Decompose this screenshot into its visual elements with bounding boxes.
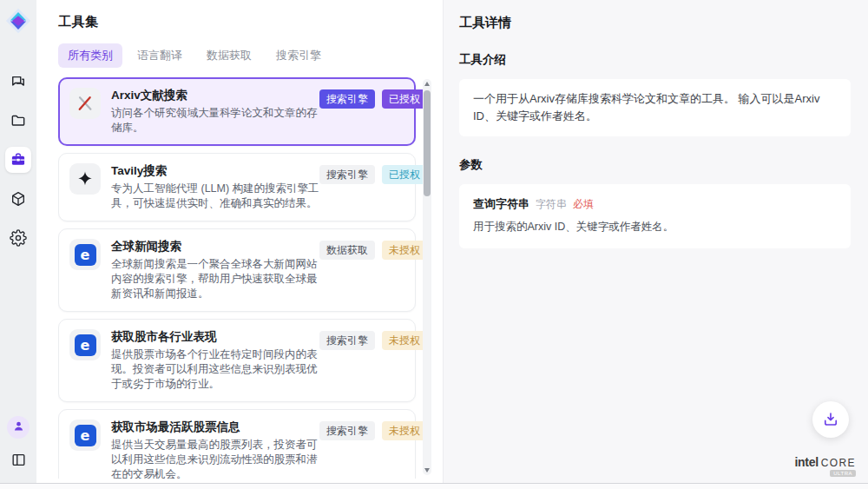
page-title: 工具集 [58,14,443,30]
rail-item-panel-toggle[interactable] [7,450,30,472]
tool-title: Arxiv文献搜索 [111,88,319,103]
tool-description: 提供股票市场各个行业在特定时间段内的表现。投资者可以利用这些信息来识别表现优于或… [111,347,319,392]
tool-description: 访问各个研究领域大量科学论文和文章的存储库。 [111,106,319,135]
chat-icon [10,73,27,90]
tool-card[interactable]: Arxiv文献搜索 访问各个研究领域大量科学论文和文章的存储库。 搜索引擎 已授… [58,77,416,146]
panel-icon [10,452,27,471]
scroll-up-arrow-icon[interactable] [424,82,430,86]
toolbox-icon [10,151,27,169]
gem-logo-icon [5,8,31,34]
rail-bottom [7,416,30,472]
tool-card[interactable]: e 全球新闻搜索 全球新闻搜索是一个聚合全球各大新闻网站内容的搜索引擎，帮助用户… [58,228,416,312]
intel-wordmark: intel [794,455,818,469]
tool-list-viewport: Arxiv文献搜索 访问各个研究领域大量科学论文和文章的存储库。 搜索引擎 已授… [58,77,433,479]
auth-badge: 未授权 [382,331,427,350]
tool-title: Tavily搜索 [111,163,319,179]
rail-item-packages[interactable] [5,186,31,212]
auth-badge: 已授权 [382,165,427,184]
tab-3[interactable]: 搜索引擎 [266,43,331,68]
intel-core-logo: intel CORE ULTRA [794,455,856,469]
category-tabs: 所有类别语言翻译数据获取搜索引擎 [58,43,443,68]
app-window: 工具集 所有类别语言翻译数据获取搜索引擎 Arxiv文献搜索 访问各个研究领域大… [0,0,868,484]
param-required-flag: 必填 [573,197,594,212]
param-row: 查询字符串 字符串 必填 用于搜索的Arxiv ID、关键字或作者姓名。 [473,196,837,235]
tool-title: 获取股市各行业表现 [111,329,319,345]
rail-item-files[interactable] [5,108,31,134]
intro-card: 一个用于从Arxiv存储库搜索科学论文和文章的工具。 输入可以是Arxiv ID… [459,79,851,136]
tool-title: 获取市场最活跃股票信息 [111,420,319,435]
list-scrollbar[interactable] [423,79,431,475]
rail-item-settings[interactable] [5,225,31,251]
params-card: 查询字符串 字符串 必填 用于搜索的Arxiv ID、关键字或作者姓名。 [459,184,851,248]
tool-description: 全球新闻搜索是一个聚合全球各大新闻网站内容的搜索引擎，帮助用户快速获取全球最新资… [111,257,319,301]
auth-badge: 未授权 [382,421,427,440]
cube-icon [10,190,27,208]
user-icon [12,420,25,435]
param-description: 用于搜索的Arxiv ID、关键字或作者姓名。 [473,220,837,235]
rail-item-toolbox[interactable] [5,147,31,173]
tool-card[interactable]: Tavily搜索 专为人工智能代理 (LLM) 构建的搜索引擎工具，可快速提供实… [58,153,416,221]
category-badge: 搜索引擎 [319,165,375,184]
category-badge: 搜索引擎 [319,89,375,109]
tab-1[interactable]: 语言翻译 [128,43,192,68]
category-badge: 数据获取 [319,241,375,260]
param-type: 字符串 [536,197,567,212]
tool-title: 全球新闻搜索 [111,239,319,254]
tab-0[interactable]: 所有类别 [58,43,122,68]
category-badge: 搜索引擎 [319,421,375,440]
tool-card[interactable]: e 获取股市各行业表现 提供股票市场各个行业在特定时间段内的表现。投资者可以利用… [58,319,416,402]
rail-item-chat[interactable] [5,69,31,95]
arxiv-x-icon [69,88,101,119]
folder-icon [10,112,27,129]
tool-card[interactable]: e 获取市场最活跃股票信息 提供当天交易量最高的股票列表，投资者可以利用这些信息… [58,409,416,479]
download-button[interactable] [812,401,849,438]
scroll-down-arrow-icon[interactable] [424,468,430,472]
tools-panel: 工具集 所有类别语言翻译数据获取搜索引擎 Arxiv文献搜索 访问各个研究领域大… [36,0,443,483]
auth-badge: 已授权 [382,89,427,109]
tavily-star-icon [69,163,101,195]
rail-nav [5,69,31,251]
core-wordmark: CORE [821,457,856,469]
rail-item-user[interactable] [7,416,30,439]
tool-description: 专为人工智能代理 (LLM) 构建的搜索引擎工具，可快速提供实时、准确和真实的结… [111,182,319,211]
gear-icon [10,229,27,247]
category-badge: 搜索引擎 [319,331,375,350]
blue-e-logo-icon: e [69,239,101,270]
tool-description: 提供当天交易量最高的股票列表，投资者可以利用这些信息来识别流动性强的股票和潜在的… [111,438,319,479]
left-rail [0,0,36,483]
tool-detail-panel: 工具详情 工具介绍 一个用于从Arxiv存储库搜索科学论文和文章的工具。 输入可… [443,0,868,483]
blue-e-logo-icon: e [69,329,101,360]
params-heading: 参数 [459,157,851,173]
detail-title: 工具详情 [459,15,851,31]
download-icon [821,410,840,429]
intro-heading: 工具介绍 [459,52,851,68]
tool-list: Arxiv文献搜索 访问各个研究领域大量科学论文和文章的存储库。 搜索引擎 已授… [58,77,416,479]
auth-badge: 未授权 [382,241,427,260]
param-name: 查询字符串 [473,196,529,212]
tab-2[interactable]: 数据获取 [197,43,261,68]
ultra-badge: ULTRA [830,470,856,477]
scrollbar-thumb[interactable] [424,90,431,196]
blue-e-logo-icon: e [69,420,101,451]
